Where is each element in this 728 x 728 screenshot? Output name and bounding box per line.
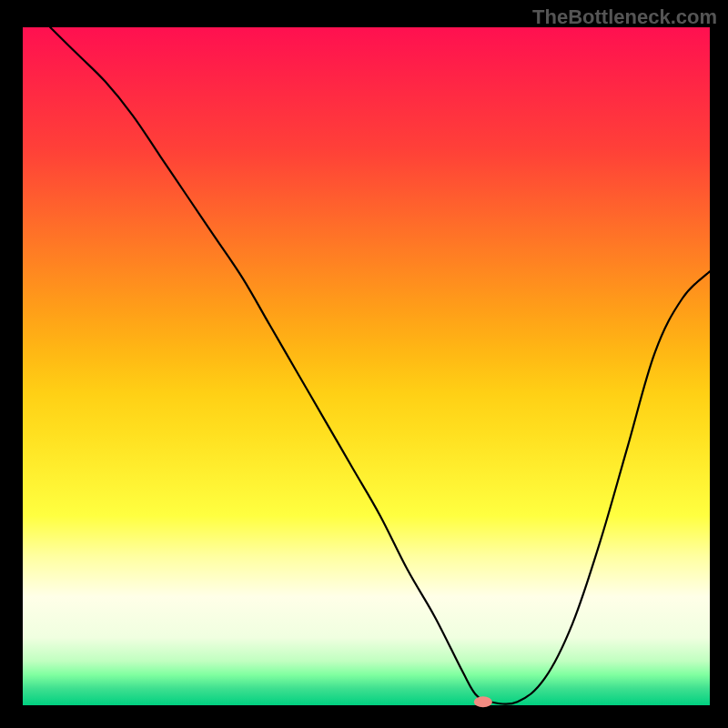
chart-container: TheBottleneck.com [0,0,728,728]
watermark-text: TheBottleneck.com [532,5,717,29]
optimum-marker [474,696,492,707]
bottleneck-chart [0,0,728,728]
gradient-background [23,27,710,705]
